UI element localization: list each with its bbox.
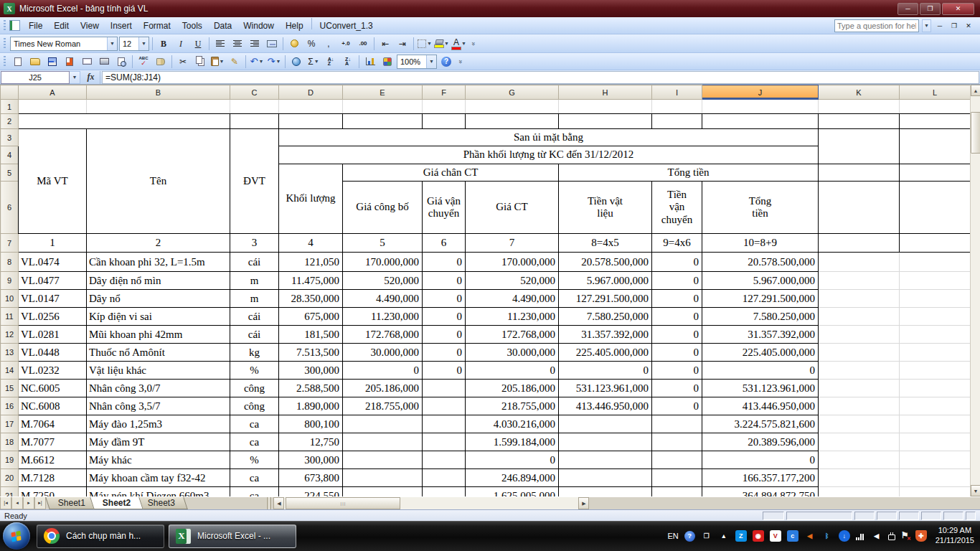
cell[interactable] [559, 469, 652, 487]
scroll-left-button[interactable]: ◀ [273, 497, 284, 509]
cell[interactable]: 300,000 [279, 362, 343, 380]
cell[interactable]: VL.0474 [19, 253, 87, 272]
cell[interactable]: 121,050 [279, 253, 343, 272]
cell[interactable]: kg [230, 344, 279, 362]
workbook-restore-button[interactable]: ❐ [948, 20, 960, 31]
cell[interactable]: M.6612 [19, 451, 87, 469]
help-question-dropdown[interactable]: ▼ [922, 19, 931, 32]
cell[interactable]: 800,100 [279, 415, 343, 433]
cell[interactable]: 0 [652, 253, 702, 272]
cell[interactable]: Vật liệu khác [87, 362, 230, 380]
cell[interactable]: 7.580.250,000 [559, 308, 652, 326]
cell[interactable]: 30.000,000 [466, 344, 559, 362]
cell[interactable] [819, 234, 900, 253]
cell[interactable]: 28.350,000 [279, 290, 343, 308]
chevron-down-icon[interactable]: ▼ [461, 41, 466, 46]
increase-indent-button[interactable]: ⇥ [395, 37, 410, 51]
cell[interactable]: 205.186,000 [466, 380, 559, 397]
cell[interactable] [900, 164, 971, 182]
tab-sheet2[interactable]: Sheet2 [90, 497, 143, 509]
cell[interactable]: 166.357.177,200 [702, 469, 819, 487]
cell[interactable]: Cần khoan phi 32, L=1.5m [87, 253, 230, 272]
cell[interactable] [466, 114, 559, 129]
cell[interactable] [819, 487, 900, 497]
menu-tools[interactable]: Tools [176, 18, 208, 34]
cell[interactable]: 1.890,000 [279, 397, 343, 415]
cell[interactable]: Khối lượng [279, 164, 343, 234]
cell[interactable]: Kíp điện vi sai [87, 308, 230, 326]
chart-wizard-button[interactable] [362, 55, 378, 69]
menu-window[interactable]: Window [237, 18, 280, 34]
cell[interactable] [900, 182, 971, 234]
minimize-button[interactable]: ─ [897, 3, 918, 15]
menu-format[interactable]: Format [138, 18, 176, 34]
cell[interactable] [819, 469, 900, 487]
cell[interactable]: 0 [652, 380, 702, 397]
cell[interactable]: Giá vận chuyển [423, 182, 466, 234]
cell[interactable]: M.7064 [19, 415, 87, 433]
insert-function-button[interactable]: fx [82, 71, 100, 84]
cell[interactable] [559, 100, 652, 114]
cell[interactable] [279, 100, 343, 114]
column-header-H[interactable]: H [559, 85, 652, 100]
cell[interactable]: ca [230, 415, 279, 433]
formula-input[interactable]: =SUM(J8:J14) [102, 71, 979, 84]
cell[interactable]: 127.291.500,000 [702, 290, 819, 308]
cell[interactable]: 246.894,000 [466, 469, 559, 487]
cell[interactable] [652, 433, 702, 451]
cell[interactable] [900, 362, 971, 380]
cell[interactable] [819, 272, 900, 290]
cell[interactable]: 20.389.596,000 [702, 433, 819, 451]
row-header-3[interactable]: 3 [1, 129, 19, 146]
cell[interactable] [652, 469, 702, 487]
cell[interactable] [819, 290, 900, 308]
chevron-down-icon[interactable]: ▼ [427, 41, 432, 46]
previous-sheet-button[interactable]: ◂ [11, 497, 23, 509]
cell[interactable]: 0 [652, 272, 702, 290]
cell[interactable]: VL.0448 [19, 344, 87, 362]
cell[interactable]: 0 [423, 344, 466, 362]
cell[interactable] [423, 380, 466, 397]
cell[interactable]: 3 [230, 234, 279, 253]
column-header-G[interactable]: G [466, 85, 559, 100]
tab-split-handle[interactable] [267, 497, 271, 509]
cell[interactable] [702, 100, 819, 114]
row-header-11[interactable]: 11 [1, 308, 19, 326]
cell[interactable] [279, 114, 343, 129]
cell[interactable]: Máy khác [87, 451, 230, 469]
chevron-down-icon[interactable]: ▼ [258, 59, 263, 64]
cell[interactable]: ca [230, 433, 279, 451]
cell[interactable] [900, 344, 971, 362]
zalo-tray-icon[interactable]: Z [735, 530, 747, 542]
cell[interactable] [559, 415, 652, 433]
cell[interactable]: 172.768,000 [466, 326, 559, 344]
cell[interactable]: Máy khoan cầm tay f32-42 [87, 469, 230, 487]
first-sheet-button[interactable]: |◂ [0, 497, 11, 509]
cell[interactable] [819, 380, 900, 397]
cell[interactable]: 5.967.000,000 [559, 272, 652, 290]
cell[interactable] [900, 308, 971, 326]
cell[interactable] [819, 415, 900, 433]
chevron-down-icon[interactable]: ▼ [138, 37, 149, 50]
copy-button[interactable] [192, 55, 208, 69]
row-header-13[interactable]: 13 [1, 344, 19, 362]
workbook-close-button[interactable]: ✕ [963, 20, 974, 31]
cell[interactable] [343, 451, 423, 469]
cell[interactable]: 0 [423, 290, 466, 308]
cell[interactable] [559, 114, 652, 129]
italic-button[interactable]: I [173, 37, 189, 51]
cell[interactable]: 20.578.500,000 [702, 253, 819, 272]
cell[interactable] [423, 469, 466, 487]
cell[interactable] [559, 433, 652, 451]
permission-button[interactable] [62, 55, 77, 69]
cell[interactable] [652, 114, 702, 129]
cell[interactable] [819, 326, 900, 344]
align-right-button[interactable] [247, 37, 263, 51]
cell[interactable]: ca [230, 469, 279, 487]
cell[interactable]: 2.588,500 [279, 380, 343, 397]
cell[interactable] [652, 100, 702, 114]
research-button[interactable] [153, 55, 169, 69]
cell[interactable]: 1 [19, 234, 87, 253]
cell[interactable]: 11.230,000 [343, 308, 423, 326]
cell[interactable]: 0 [423, 308, 466, 326]
